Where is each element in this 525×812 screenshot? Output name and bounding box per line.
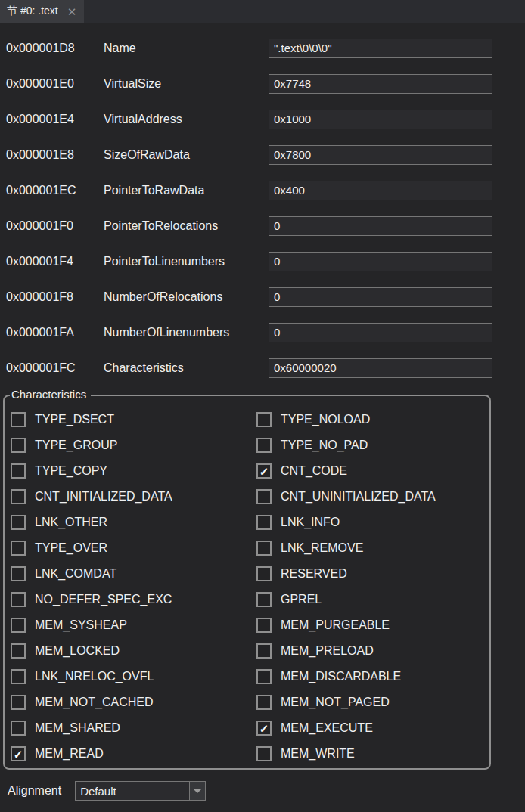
- flag-checkbox-row[interactable]: LNK_INFO: [256, 510, 489, 535]
- flag-checkbox-row[interactable]: CNT_INITIALIZED_DATA: [11, 484, 256, 510]
- alignment-label: Alignment: [8, 784, 61, 798]
- flag-checkbox-row[interactable]: MEM_PURGEABLE: [256, 612, 489, 638]
- flag-label: LNK_NRELOC_OVFL: [35, 670, 154, 683]
- flag-checkbox-row[interactable]: MEM_SHARED: [11, 715, 256, 741]
- checkbox-icon[interactable]: [256, 515, 272, 530]
- checkbox-icon[interactable]: [256, 643, 272, 659]
- flag-checkbox-row[interactable]: TYPE_NOLOAD: [256, 407, 489, 432]
- checkbox-icon[interactable]: [256, 592, 272, 607]
- flag-checkbox-row[interactable]: LNK_OTHER: [11, 510, 256, 535]
- field-name: NumberOfRelocations: [104, 290, 269, 304]
- flag-checkbox-row[interactable]: ✓ MEM_READ: [11, 741, 256, 767]
- checkbox-icon[interactable]: [11, 721, 26, 736]
- checkbox-icon[interactable]: [256, 618, 272, 633]
- flags-grid: TYPE_DSECT TYPE_GROUP TYPE_COPY CNT_INIT…: [11, 407, 489, 767]
- field-value-input[interactable]: [269, 74, 492, 94]
- field-row: 0x000001FC Characteristics: [6, 350, 525, 386]
- checkbox-icon[interactable]: [256, 695, 272, 710]
- flag-checkbox-row[interactable]: LNK_NRELOC_OVFL: [11, 664, 256, 690]
- flag-checkbox-row[interactable]: TYPE_DSECT: [11, 407, 256, 432]
- field-offset: 0x000001EC: [6, 184, 104, 197]
- field-row: 0x000001F4 PointerToLinenumbers: [6, 243, 525, 279]
- field-name: VirtualAddress: [104, 113, 269, 126]
- flag-label: CNT_CODE: [281, 464, 347, 478]
- flag-checkbox-row[interactable]: MEM_DISCARDABLE: [256, 664, 489, 690]
- checkbox-icon[interactable]: [256, 566, 272, 581]
- flag-checkbox-row[interactable]: MEM_SYSHEAP: [11, 612, 256, 638]
- checkbox-icon[interactable]: [11, 643, 26, 659]
- checkbox-icon[interactable]: [256, 746, 272, 761]
- checkbox-icon[interactable]: [11, 695, 26, 710]
- flag-label: TYPE_DSECT: [35, 413, 114, 426]
- field-value-input[interactable]: [269, 252, 492, 271]
- checkbox-icon[interactable]: [11, 412, 26, 427]
- field-offset: 0x000001F0: [6, 219, 104, 233]
- flag-checkbox-row[interactable]: MEM_WRITE: [256, 741, 489, 767]
- field-value-input[interactable]: [269, 110, 492, 129]
- checkbox-icon[interactable]: ✓: [256, 721, 272, 736]
- flag-label: CNT_INITIALIZED_DATA: [35, 490, 172, 504]
- field-name: NumberOfLinenumbers: [104, 326, 269, 339]
- flag-checkbox-row[interactable]: RESERVED: [256, 561, 489, 587]
- field-value-input[interactable]: [269, 287, 492, 307]
- field-value-input[interactable]: [269, 145, 492, 165]
- close-icon[interactable]: ✕: [67, 6, 77, 17]
- checkbox-icon[interactable]: [11, 592, 26, 607]
- field-value-input[interactable]: [269, 181, 492, 200]
- field-value-input[interactable]: [269, 358, 492, 378]
- flags-column-right: TYPE_NOLOAD TYPE_NO_PAD ✓ CNT_CODE CNT_U…: [256, 407, 489, 767]
- field-offset: 0x000001E4: [6, 113, 104, 126]
- tab-section-0-text[interactable]: 节 #0: .text ✕: [0, 0, 84, 23]
- flag-checkbox-row[interactable]: LNK_COMDAT: [11, 561, 256, 587]
- checkbox-icon[interactable]: ✓: [11, 746, 26, 761]
- checkbox-icon[interactable]: ✓: [256, 463, 272, 479]
- flag-label: MEM_SHARED: [35, 721, 120, 735]
- tab-title: 节 #0: .text: [7, 5, 58, 18]
- flag-checkbox-row[interactable]: NO_DEFER_SPEC_EXC: [11, 587, 256, 612]
- flag-checkbox-row[interactable]: CNT_UNINITIALIZED_DATA: [256, 484, 489, 510]
- flag-checkbox-row[interactable]: MEM_NOT_CACHED: [11, 690, 256, 715]
- flag-checkbox-row[interactable]: GPREL: [256, 587, 489, 612]
- field-value-input[interactable]: [269, 39, 492, 58]
- flag-checkbox-row[interactable]: LNK_REMOVE: [256, 535, 489, 561]
- flag-checkbox-row[interactable]: MEM_PRELOAD: [256, 638, 489, 664]
- flag-checkbox-row[interactable]: MEM_LOCKED: [11, 638, 256, 664]
- flag-label: MEM_WRITE: [281, 747, 355, 761]
- flag-checkbox-row[interactable]: TYPE_GROUP: [11, 432, 256, 458]
- checkbox-icon[interactable]: [11, 541, 26, 556]
- checkbox-icon[interactable]: [11, 566, 26, 581]
- checkbox-icon[interactable]: [256, 412, 272, 427]
- flag-checkbox-row[interactable]: TYPE_COPY: [11, 458, 256, 484]
- field-row: 0x000001EC PointerToRawData: [6, 172, 525, 208]
- checkbox-icon[interactable]: [256, 489, 272, 504]
- flag-label: TYPE_OVER: [35, 541, 107, 555]
- checkbox-icon[interactable]: [256, 669, 272, 684]
- field-name: PointerToRelocations: [104, 219, 269, 233]
- dropdown-arrow-icon[interactable]: [189, 782, 205, 800]
- checkbox-icon[interactable]: [11, 618, 26, 633]
- field-row: 0x000001E8 SizeOfRawData: [6, 137, 525, 172]
- checkbox-icon[interactable]: [11, 438, 26, 453]
- flag-checkbox-row[interactable]: MEM_NOT_PAGED: [256, 690, 489, 715]
- field-name: Name: [104, 42, 269, 55]
- flag-checkbox-row[interactable]: TYPE_OVER: [11, 535, 256, 561]
- flag-label: TYPE_GROUP: [35, 439, 117, 452]
- checkbox-icon[interactable]: [11, 489, 26, 504]
- checkbox-icon[interactable]: [11, 515, 26, 530]
- flag-label: LNK_INFO: [281, 516, 340, 529]
- field-offset: 0x000001FA: [6, 326, 104, 339]
- flag-checkbox-row[interactable]: TYPE_NO_PAD: [256, 432, 489, 458]
- field-name: SizeOfRawData: [104, 148, 269, 162]
- field-offset: 0x000001F8: [6, 290, 104, 304]
- flag-label: CNT_UNINITIALIZED_DATA: [281, 490, 436, 504]
- flag-label: MEM_NOT_PAGED: [281, 696, 390, 709]
- flag-checkbox-row[interactable]: ✓ MEM_EXECUTE: [256, 715, 489, 741]
- field-value-input[interactable]: [269, 323, 492, 342]
- checkbox-icon[interactable]: [11, 463, 26, 479]
- checkbox-icon[interactable]: [256, 541, 272, 556]
- alignment-select[interactable]: Default: [75, 781, 206, 801]
- flag-checkbox-row[interactable]: ✓ CNT_CODE: [256, 458, 489, 484]
- field-value-input[interactable]: [269, 216, 492, 236]
- checkbox-icon[interactable]: [256, 438, 272, 453]
- checkbox-icon[interactable]: [11, 669, 26, 684]
